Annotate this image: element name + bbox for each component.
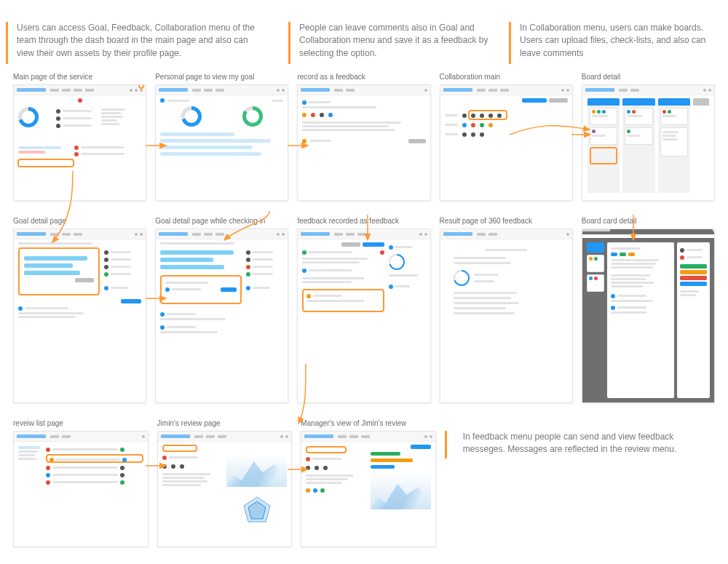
highlight [590,147,617,164]
card-detail-sidebar [677,242,710,398]
kanban-card [587,274,605,292]
app-topbar [14,85,146,95]
avatar-icon [78,98,82,103]
header-row: Users can access Goal, Feedback, Collabo… [0,0,728,73]
new-board-button[interactable] [522,98,547,103]
screen-manager-view [301,431,436,547]
kanban-add-column[interactable] [693,98,709,191]
screen-label: Goal detail page while checking in [155,217,288,226]
score-donut [454,270,470,286]
primary-button[interactable] [121,299,141,303]
cell-goal-detail: Goal detail page [13,217,146,403]
secondary-button[interactable] [341,242,360,247]
accent-bar [288,22,290,64]
screen-board-detail [582,84,715,201]
screen-personal-page [155,84,288,201]
highlight [17,159,74,167]
screen-feedback-recorded [297,229,430,403]
kanban-column [587,98,620,191]
cell-goal-checkin: Goal detail page while checking in [155,217,288,403]
screen-360-result [440,229,573,403]
kanban-card [587,255,605,272]
screen-label: record as a feedback [297,73,430,82]
progress-donut [242,106,263,127]
kanban-card[interactable] [625,127,652,145]
save-button[interactable] [221,287,237,292]
screen-goal-checkin [155,229,288,403]
accent-bar [6,22,8,64]
screen-label: Board detail [582,73,715,82]
screen-board-card-detail [582,229,715,403]
cell-board-card-detail: Board card detail [582,217,715,403]
highlight [468,110,507,120]
cell-360-result: Result page of 360 feedback [440,217,573,403]
card-detail-panel [607,242,674,398]
screen-label: Goal detail page [13,217,146,226]
trend-chart [371,473,431,509]
highlight [160,275,242,304]
cell-main-page: Main page of the service [13,73,146,201]
primary-button[interactable] [411,445,431,449]
screen-label: Jimin's review page [157,419,293,428]
cancel-button[interactable] [408,139,426,143]
cell-feedback-recorded: feedback recorded as feedback [297,217,430,403]
cell-record-feedback: record as a feedback [297,73,430,201]
grid-row-3: reveiw list page [13,419,715,547]
secondary-button[interactable] [75,278,94,282]
accent-bar [445,431,447,458]
kanban-card[interactable] [660,127,688,156]
app-logo-icon [17,88,46,92]
kanban-card[interactable] [625,108,652,125]
cell-manager-view: Manager's view of Jimin's review [301,419,436,547]
accent-bar [509,22,511,64]
screen-jimin-review [157,431,293,547]
progress-donut [18,107,39,127]
screen-goal-detail [13,229,146,403]
primary-button[interactable] [363,242,384,247]
grid-row-1: Main page of the service [13,73,715,201]
kanban-column [622,98,654,191]
topbar-nav [50,89,94,92]
kanban-card [587,242,605,253]
screen-review-list [13,431,149,547]
highlight [302,289,384,312]
screen-label: Main page of the service [13,73,146,82]
cell-collab-main: Collaboration main [440,73,573,201]
grid-row-2: Goal detail page [13,217,715,403]
screen-label: Board card detail [582,217,715,226]
screen-collab-main [440,84,573,201]
topbar-right-icons [130,89,143,92]
header-block-2: People can leave comments also in Goal a… [288,22,494,64]
screen-label: Personal page to view my goal [155,73,288,82]
kanban-card[interactable] [660,108,688,125]
header-text-2: People can leave comments also in Goal a… [299,22,494,60]
screen-label: Manager's view of Jimin's review [301,419,436,428]
cell-annotation: In feedback menu people can send and vie… [445,419,715,547]
cell-board-detail: Board detail [582,73,715,201]
highlight [306,446,347,453]
radar-chart-icon [241,494,273,526]
kanban-card[interactable] [590,127,617,145]
screen-label: Result page of 360 feedback [440,217,573,226]
screen-label: feedback recorded as feedback [297,217,430,226]
cell-jimin-review: Jimin's review page [157,419,293,547]
annotation-text: In feedback menu people can send and vie… [463,431,715,456]
screens-grid: Main page of the service [0,73,728,547]
screen-label: Collaboration main [440,73,573,82]
screen-main-page [13,84,146,201]
highlight [18,247,100,295]
highlight [162,445,197,452]
highlight [46,454,143,463]
progress-donut [389,254,405,270]
kanban-column [658,98,690,191]
header-block-3: In Collaboration menu, users can make bo… [509,22,715,64]
card-body [18,98,141,196]
cell-personal-page: Personal page to view my goal [155,73,288,201]
distribution-chart [226,455,287,487]
header-text-1: Users can access Goal, Feedback, Collabo… [17,22,264,60]
screen-label: reveiw list page [13,419,149,428]
progress-donut [181,106,202,127]
spacer [445,419,715,428]
kanban-card[interactable] [590,108,617,125]
secondary-button[interactable] [549,98,568,103]
